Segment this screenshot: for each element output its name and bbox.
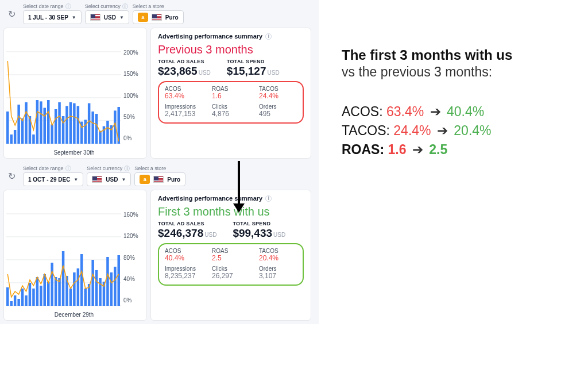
date-range-value: 1 OCT - 29 DEC (28, 176, 70, 183)
tacos-label: TACOS (259, 248, 292, 254)
arrow-right-icon: ➔ (412, 142, 423, 157)
filter-row: ↻ Select date rangei 1 OCT - 29 DEC ▼ Se… (3, 164, 315, 190)
svg-rect-17 (51, 124, 53, 144)
svg-marker-37 (233, 203, 245, 213)
comparison-commentary: The first 3 months with us vs the previo… (319, 0, 588, 369)
orders-label: Orders (259, 266, 292, 272)
svg-rect-16 (47, 100, 50, 144)
impressions-value: 2,417,153 (165, 110, 198, 118)
svg-rect-68 (99, 278, 102, 306)
performance-chart[interactable] (6, 209, 121, 308)
comparison-subhead: vs the previous 3 months: (342, 64, 571, 81)
svg-rect-32 (106, 121, 109, 144)
svg-rect-61 (73, 272, 76, 306)
date-range-selector[interactable]: 1 JUL - 30 SEP ▼ (23, 10, 82, 24)
svg-rect-52 (40, 286, 42, 306)
clicks-value: 4,876 (212, 110, 245, 118)
store-value: Puro (167, 176, 180, 183)
info-icon[interactable]: i (265, 195, 272, 202)
clicks-label: Clicks (212, 266, 245, 272)
store-icon: a (138, 13, 148, 22)
tacos-label: TACOS (259, 86, 292, 92)
total-spend-label: TOTAL SPEND (233, 221, 285, 226)
tacos-value: 24.4% (259, 92, 292, 100)
svg-rect-46 (17, 299, 20, 306)
svg-rect-71 (110, 272, 113, 306)
currency-selector[interactable]: USD ▼ (87, 172, 131, 186)
impressions-label: Impressions (165, 103, 198, 110)
arrow-right-icon: ➔ (430, 104, 441, 119)
metrics-box-first: ACOS40.4% ROAS2.5 TACOS20.4% Impressions… (158, 243, 304, 286)
total-spend-value: $99,433USD (233, 227, 285, 240)
svg-rect-51 (36, 277, 39, 306)
refresh-icon[interactable]: ↻ (3, 6, 20, 22)
svg-rect-6 (10, 134, 13, 144)
chart-date-label: December 29th (6, 308, 142, 318)
svg-rect-58 (62, 251, 65, 306)
svg-rect-10 (25, 102, 28, 144)
comparison-roas: ROAS: 1.6 ➔ 2.5 (342, 142, 571, 157)
acos-label: ACOS (165, 248, 198, 254)
store-selector[interactable]: a Puro (134, 172, 185, 186)
svg-rect-48 (25, 295, 28, 306)
filter-label-date: Select date rangei (23, 3, 82, 9)
acos-value: 63.4% (165, 92, 198, 100)
arrow-down-icon (230, 161, 248, 219)
svg-rect-56 (55, 277, 57, 306)
arrow-right-icon: ➔ (437, 123, 448, 138)
svg-rect-19 (58, 102, 61, 144)
chevron-down-icon: ▼ (121, 177, 126, 182)
svg-rect-70 (106, 257, 109, 306)
chart-date-label: September 30th (6, 146, 142, 156)
svg-rect-30 (99, 131, 102, 144)
refresh-icon[interactable]: ↻ (3, 168, 20, 184)
svg-rect-57 (58, 278, 61, 306)
svg-rect-5 (6, 112, 9, 144)
annotation-previous: Previous 3 months (158, 43, 304, 56)
store-selector[interactable]: a Puro (133, 10, 184, 24)
svg-rect-12 (32, 134, 35, 144)
info-icon[interactable]: i (265, 33, 272, 40)
info-icon[interactable]: i (65, 166, 71, 171)
roas-label: ROAS (212, 86, 245, 92)
summary-card-previous: Advertising performance summary i Previo… (150, 28, 311, 159)
svg-rect-7 (14, 130, 17, 144)
date-range-selector[interactable]: 1 OCT - 29 DEC ▼ (23, 172, 83, 186)
chart-yaxis: 200% 150% 100% 50% 0% (121, 49, 138, 141)
store-icon: a (140, 175, 150, 184)
svg-rect-62 (77, 268, 80, 306)
filter-label-store: Select a store (133, 3, 184, 9)
totals-row: TOTAL AD SALES $246,378USD TOTAL SPEND $… (158, 221, 304, 240)
chart-yaxis: 160% 120% 80% 40% 0% (121, 212, 138, 303)
summary-title: Advertising performance summary i (158, 33, 304, 40)
svg-rect-60 (69, 289, 72, 306)
impressions-label: Impressions (165, 266, 198, 272)
roas-value: 1.6 (212, 92, 245, 100)
svg-rect-63 (80, 254, 83, 306)
currency-selector[interactable]: USD ▼ (85, 10, 129, 24)
svg-rect-67 (95, 270, 98, 306)
clicks-label: Clicks (212, 103, 245, 110)
info-icon[interactable]: i (124, 166, 130, 171)
svg-rect-44 (10, 301, 13, 306)
total-ad-sales-label: TOTAL AD SALES (158, 221, 216, 226)
svg-rect-45 (14, 295, 17, 306)
total-spend-value: $15,127USD (227, 65, 280, 78)
dashboard-first-with-us: ↻ Select date rangei 1 OCT - 29 DEC ▼ Se… (0, 162, 319, 324)
performance-chart-card: 160% 120% 80% 40% 0% December 29th (3, 190, 147, 321)
chevron-down-icon: ▼ (72, 15, 76, 20)
flag-us-icon (152, 14, 162, 21)
info-icon[interactable]: i (122, 3, 128, 9)
svg-rect-23 (73, 103, 76, 144)
filter-label-currency: Select currencyi (87, 166, 131, 171)
info-icon[interactable]: i (65, 3, 71, 9)
acos-label: ACOS (165, 86, 198, 92)
svg-rect-27 (88, 103, 91, 144)
svg-rect-53 (44, 274, 47, 306)
performance-chart[interactable] (6, 47, 121, 146)
impressions-value: 8,235,237 (165, 272, 198, 280)
comparison-headline: The first 3 months with us (342, 46, 571, 64)
flag-us-icon (153, 176, 164, 183)
dashboard-previous: ↻ Select date rangei 1 JUL - 30 SEP ▼ Se… (0, 0, 319, 162)
total-spend-label: TOTAL SPEND (227, 59, 280, 64)
